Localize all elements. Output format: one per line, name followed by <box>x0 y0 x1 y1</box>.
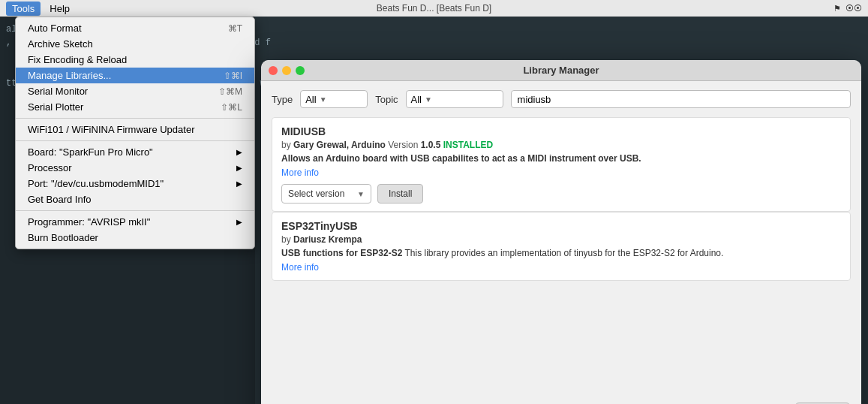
lib-name: ESP32TinyUSB <box>281 220 841 232</box>
dialog-titlebar: Library Manager <box>261 60 861 81</box>
window-title: Beats Fun D... [Beats Fun D] <box>377 3 491 14</box>
search-input[interactable] <box>511 90 851 108</box>
lib-name: MIDIUSB <box>281 125 841 137</box>
tools-dropdown-menu: Auto Format ⌘T Archive Sketch Fix Encodi… <box>15 17 255 249</box>
library-manager-dialog: Library Manager Type All ▼ Topic All ▼ M… <box>261 60 861 404</box>
dialog-minimize-traffic[interactable] <box>282 66 291 75</box>
menu-shortcut: ⇧⌘I <box>224 71 242 81</box>
menu-entry-label: Board: "SparkFun Pro Micro" <box>28 146 153 158</box>
lib-author: by Gary Grewal, Arduino <box>281 140 386 150</box>
menu-entry-label: Programmer: "AVRISP mkII" <box>28 216 150 228</box>
install-button[interactable]: Install <box>377 184 423 204</box>
menu-entry[interactable]: Auto Format ⌘T <box>16 20 254 36</box>
lib-description: Allows an Arduino board with USB capabil… <box>281 153 841 164</box>
lib-author: by Dariusz Krempa <box>281 234 362 245</box>
menu-entry[interactable]: Programmer: "AVRISP mkII" ▶ <box>16 214 254 230</box>
traffic-lights <box>269 66 305 75</box>
menu-entry[interactable]: Processor ▶ <box>16 160 254 176</box>
menu-entry[interactable]: Board: "SparkFun Pro Micro" ▶ <box>16 144 254 160</box>
menu-entry-label: Get Board Info <box>28 194 92 205</box>
menu-entry-label: Port: "/dev/cu.usbmodemMID1" <box>28 178 164 189</box>
menu-tools[interactable]: Tools <box>6 2 41 16</box>
dialog-title: Library Manager <box>523 65 599 76</box>
menu-help[interactable]: Help <box>44 2 76 16</box>
dialog-maximize-traffic[interactable] <box>296 66 305 75</box>
menu-bar: Tools Help Beats Fun D... [Beats Fun D] … <box>0 0 868 17</box>
menu-entry[interactable]: Serial Plotter ⇧⌘L <box>16 99 254 115</box>
menu-entry-label: Auto Format <box>28 23 82 34</box>
type-select-arrow: ▼ <box>320 95 327 104</box>
menu-entry[interactable]: Manage Libraries... ⇧⌘I <box>16 68 254 83</box>
menu-shortcut: ⌘T <box>228 23 242 34</box>
lib-installed-badge: INSTALLED <box>443 140 493 150</box>
menu-entry-label: Serial Monitor <box>28 86 88 97</box>
tray-icon-2: ⦿⦿ <box>845 4 862 13</box>
version-select-label: Select version <box>288 188 344 199</box>
topic-label: Topic <box>375 94 398 105</box>
type-select[interactable]: All ▼ <box>300 90 368 108</box>
menu-entry[interactable]: WiFi101 / WiFiNINA Firmware Updater <box>16 122 254 137</box>
menu-entry[interactable]: Port: "/dev/cu.usbmodemMID1" ▶ <box>16 176 254 191</box>
menu-shortcut: ⇧⌘M <box>218 86 242 97</box>
dialog-content: Type All ▼ Topic All ▼ MIDIUSB by Gary G… <box>261 81 861 396</box>
menu-entry-label: Serial Plotter <box>28 101 83 113</box>
menu-entry-label: Burn Bootloader <box>28 232 98 243</box>
menu-entry-label: WiFi101 / WiFiNINA Firmware Updater <box>28 124 194 135</box>
menu-entry[interactable]: Get Board Info <box>16 191 254 207</box>
menu-shortcut: ⇧⌘L <box>221 102 242 113</box>
menu-arrow: ▶ <box>236 218 242 226</box>
version-select[interactable]: Select version ▼ <box>281 184 371 204</box>
system-tray: ⚑ ⦿⦿ <box>833 0 862 17</box>
menu-entry[interactable]: Fix Encoding & Reload <box>16 52 254 68</box>
filter-row: Type All ▼ Topic All ▼ <box>272 90 851 108</box>
dialog-close-traffic[interactable] <box>269 66 278 75</box>
menu-entry-label: Fix Encoding & Reload <box>28 54 127 65</box>
type-select-value: All <box>305 94 316 105</box>
more-info-link[interactable]: More info <box>281 167 319 178</box>
menu-entry-label: Archive Sketch <box>28 38 93 50</box>
library-list: MIDIUSB by Gary Grewal, Arduino Version … <box>272 117 851 387</box>
lib-description: USB functions for ESP32-S2 This library … <box>281 248 841 258</box>
lib-actions: Select version ▼ Install <box>281 184 841 204</box>
menu-arrow: ▶ <box>236 164 242 172</box>
topic-select-value: All <box>411 94 422 105</box>
library-card: MIDIUSB by Gary Grewal, Arduino Version … <box>272 117 851 212</box>
menu-entry[interactable]: Serial Monitor ⇧⌘M <box>16 83 254 99</box>
topic-select[interactable]: All ▼ <box>406 90 503 108</box>
menu-divider <box>16 210 254 211</box>
lib-meta: by Dariusz Krempa <box>281 234 841 245</box>
menu-entry-label: Manage Libraries... <box>28 70 111 81</box>
menu-arrow: ▶ <box>236 179 242 188</box>
dialog-footer: Close <box>261 396 861 404</box>
menu-entry[interactable]: Burn Bootloader <box>16 230 254 246</box>
menu-entry-label: Processor <box>28 162 72 173</box>
library-card: ESP32TinyUSB by Dariusz Krempa USB funct… <box>272 212 851 281</box>
lib-meta: by Gary Grewal, Arduino Version 1.0.5 IN… <box>281 140 841 150</box>
menu-entry[interactable]: Archive Sketch <box>16 36 254 52</box>
menu-divider <box>16 118 254 119</box>
version-select-arrow: ▼ <box>357 190 365 198</box>
type-label: Type <box>272 94 293 105</box>
more-info-link[interactable]: More info <box>281 262 319 273</box>
menu-divider <box>16 140 254 141</box>
tray-icon-1: ⚑ <box>833 4 841 14</box>
topic-select-arrow: ▼ <box>425 95 432 104</box>
lib-version: Version 1.0.5 <box>388 140 440 150</box>
menu-arrow: ▶ <box>236 148 242 156</box>
